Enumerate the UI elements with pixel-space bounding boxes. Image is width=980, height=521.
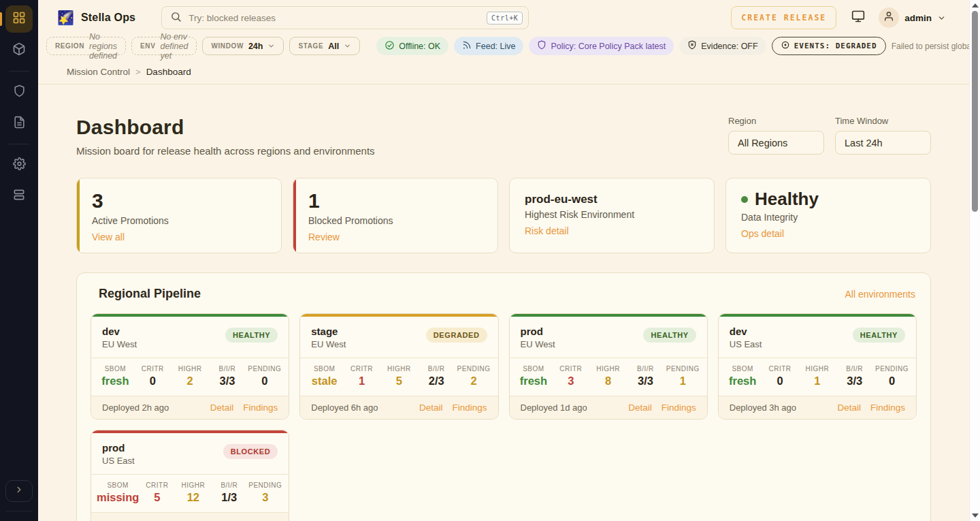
accent-bar <box>77 178 80 253</box>
stat-label: CRITR <box>343 365 380 373</box>
document-icon <box>13 116 26 131</box>
region-select[interactable]: All Regions <box>728 131 824 155</box>
breadcrumb-parent[interactable]: Mission Control <box>67 67 130 77</box>
sidebar-divider <box>9 144 29 144</box>
sidebar-item-dashboard[interactable] <box>5 5 33 33</box>
env-name: stage <box>311 326 346 337</box>
stat-label: SBOM <box>97 365 134 373</box>
vertical-scrollbar[interactable] <box>969 0 980 521</box>
main-content: Dashboard Mission board for release heal… <box>38 84 969 521</box>
offline-status-badge[interactable]: Offline: OK <box>376 37 448 55</box>
data-integrity-value: Healthy <box>755 190 819 208</box>
sidebar-divider <box>5 511 33 511</box>
view-all-link[interactable]: View all <box>92 232 125 242</box>
monitor-icon <box>851 10 865 26</box>
findings-link[interactable]: Findings <box>662 402 696 413</box>
data-integrity-card: Healthy Data Integrity Ops detail <box>725 178 931 253</box>
time-window-select[interactable]: Last 24h <box>835 131 931 155</box>
stat-label: HIGHR <box>380 365 418 373</box>
stat-value: 0 <box>134 375 172 388</box>
findings-link[interactable]: Findings <box>452 402 487 413</box>
stat-value: 0 <box>873 375 911 388</box>
create-release-button[interactable]: CREATE RELEASE <box>731 6 836 29</box>
stat-value: 1 <box>798 375 836 388</box>
active-promotions-label: Active Promotions <box>92 215 266 226</box>
window-filter-value: 24h <box>248 42 263 51</box>
stat-value: 3/3 <box>627 375 664 388</box>
pipeline-grid: dev EU West HEALTHY SBOMfresh CRITR0 HIG… <box>91 313 917 521</box>
stat-value: 2 <box>172 375 209 388</box>
active-promotions-card: 3 Active Promotions View all <box>76 178 282 253</box>
findings-link[interactable]: Findings <box>243 402 278 413</box>
stat-label: B/I/R <box>836 365 873 373</box>
regional-pipeline-panel: Regional Pipeline All environments dev E… <box>76 272 931 521</box>
search-input[interactable] <box>189 13 480 23</box>
scroll-up-arrow[interactable] <box>972 3 979 7</box>
time-window-select-label: Time Window <box>835 116 931 126</box>
detail-link[interactable]: Detail <box>837 402 861 413</box>
user-menu[interactable]: admin <box>879 7 946 28</box>
pipeline-card-dev-us-east: dev US East HEALTHY SBOMfresh CRITR0 HIG… <box>718 313 917 420</box>
stage-filter[interactable]: STAGE All <box>289 37 360 55</box>
deployed-time: Deployed 1d ago <box>521 402 587 413</box>
shield-icon <box>13 84 26 100</box>
sidebar-item-documents[interactable] <box>5 110 33 137</box>
env-name: prod <box>521 326 555 337</box>
stat-value: stale <box>306 375 343 388</box>
all-environments-link[interactable]: All environments <box>845 289 916 300</box>
stat-label: PENDING <box>664 365 702 373</box>
status-badge: HEALTHY <box>225 328 278 343</box>
highest-risk-label: Highest Risk Environment <box>525 209 699 220</box>
stat-value: 5 <box>380 375 418 388</box>
highest-risk-value: prod-eu-west <box>525 190 699 206</box>
display-mode-button[interactable] <box>851 10 865 26</box>
detail-link[interactable]: Detail <box>419 402 443 413</box>
sidebar-item-releases[interactable] <box>5 37 33 64</box>
policy-status-badge[interactable]: Policy: Core Policy Pack latest <box>529 37 674 55</box>
stat-value: 5 <box>139 491 175 504</box>
risk-detail-link[interactable]: Risk detail <box>525 225 569 236</box>
review-link[interactable]: Review <box>308 232 340 242</box>
data-integrity-label: Data Integrity <box>741 212 915 223</box>
sidebar <box>0 0 38 521</box>
feed-status-label: Feed: Live <box>476 42 515 51</box>
sidebar-item-infrastructure[interactable] <box>5 183 33 210</box>
evidence-status-badge[interactable]: Evidence: OFF <box>679 37 766 55</box>
app-logo-icon: 🌠 <box>57 10 74 26</box>
global-search[interactable]: Ctrl+K <box>161 6 529 29</box>
stat-label: SBOM <box>724 365 762 373</box>
region-filter-value: No regions defined <box>89 32 117 61</box>
env-filter[interactable]: ENV No env defined yet <box>131 37 197 55</box>
grid-icon <box>12 11 26 27</box>
page-title: Dashboard <box>76 116 375 139</box>
stat-label: HIGHR <box>589 365 627 373</box>
deployed-time: Deployed 6h ago <box>311 402 378 413</box>
stat-label: CRITR <box>134 365 172 373</box>
scrollbar-thumb[interactable] <box>972 11 978 212</box>
stat-label: PENDING <box>246 365 283 373</box>
scroll-down-arrow[interactable] <box>972 514 979 518</box>
stat-value: 2/3 <box>418 375 455 388</box>
window-filter-label: WINDOW <box>211 42 243 50</box>
detail-link[interactable]: Detail <box>628 402 652 413</box>
sidebar-expand-button[interactable] <box>5 480 33 502</box>
stat-value: 3 <box>552 375 589 388</box>
sidebar-item-settings[interactable] <box>5 151 33 178</box>
breadcrumb: Mission Control > Dashboard <box>38 62 969 84</box>
window-filter[interactable]: WINDOW 24h <box>202 37 284 55</box>
feed-status-badge[interactable]: Feed: Live <box>454 37 523 55</box>
deployed-time: Deployed 2h ago <box>102 402 169 413</box>
gear-icon <box>13 157 26 173</box>
stat-value: 1/3 <box>211 491 247 504</box>
ops-detail-link[interactable]: Ops detail <box>741 228 784 239</box>
healthy-dot <box>741 196 748 203</box>
env-name: dev <box>730 326 762 337</box>
events-status-badge[interactable]: EVENTS: DEGRADED <box>772 37 886 55</box>
findings-link[interactable]: Findings <box>870 402 905 413</box>
detail-link[interactable]: Detail <box>210 402 234 413</box>
region-filter[interactable]: REGION No regions defined <box>46 37 126 55</box>
sidebar-item-security[interactable] <box>5 78 33 106</box>
stat-label: CRITR <box>139 481 175 489</box>
stat-value: 0 <box>762 375 799 388</box>
record-icon <box>781 40 790 52</box>
